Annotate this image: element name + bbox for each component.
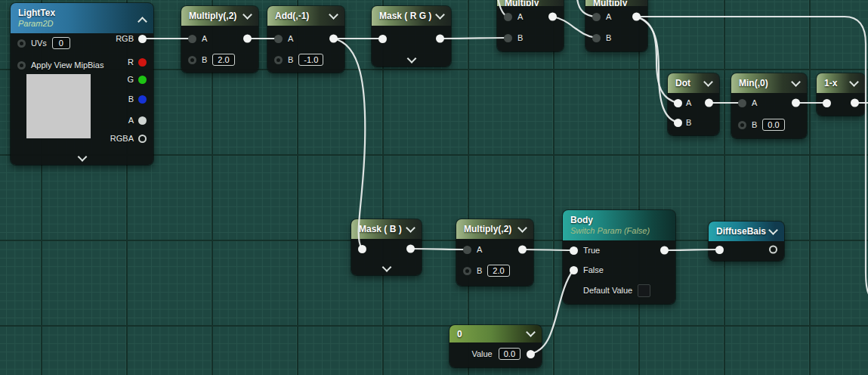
pin-input-a[interactable] <box>274 35 283 43</box>
value-input[interactable]: 0.0 <box>499 348 520 360</box>
chevron-down-icon[interactable] <box>406 223 415 233</box>
node-header[interactable]: DiffuseBais <box>709 222 784 241</box>
node-header[interactable]: Multiply <box>497 0 564 6</box>
node-title: Dot <box>675 78 705 88</box>
node-multiply-mid[interactable]: Multiply(,2) A B 2.0 <box>456 219 533 286</box>
pin-input[interactable] <box>823 99 831 107</box>
pin-output-rgba[interactable] <box>138 135 147 143</box>
value-input[interactable]: 2.0 <box>212 54 234 66</box>
chevron-down-icon[interactable] <box>791 77 801 87</box>
node-constant-zero[interactable]: 0 Value 0.0 <box>449 325 542 367</box>
chevron-down-icon[interactable] <box>242 10 252 20</box>
pin-input-true[interactable] <box>570 246 578 255</box>
pin-output[interactable] <box>518 246 527 254</box>
pin-label: B <box>686 118 691 127</box>
pin-input[interactable] <box>715 246 724 254</box>
node-header[interactable]: Add(,-1) <box>267 6 344 26</box>
node-lighttex[interactable]: LightTex Param2D UVs 0 Apply View MipBia… <box>11 3 153 165</box>
node-multiply-top-2[interactable]: Multiply A B <box>585 0 647 51</box>
value-input[interactable]: 2.0 <box>487 265 509 277</box>
chevron-down-icon[interactable] <box>526 327 536 337</box>
value-input[interactable]: 0.0 <box>762 119 784 131</box>
default-value-checkbox[interactable] <box>638 284 650 297</box>
pin-output-a[interactable] <box>138 116 147 125</box>
pin-output[interactable] <box>329 35 338 43</box>
node-mask-b[interactable]: Mask ( B ) <box>351 219 422 275</box>
node-one-minus-x[interactable]: 1-x <box>817 73 865 116</box>
node-subtitle: Param2D <box>18 19 53 28</box>
pin-label: False <box>583 265 604 274</box>
node-min[interactable]: Min(,0) A B 0.0 <box>731 73 807 138</box>
pin-input-mipbias[interactable] <box>17 61 26 70</box>
pin-input-b[interactable] <box>504 34 512 42</box>
pin-input-a[interactable] <box>188 35 196 43</box>
pin-output-b[interactable] <box>138 95 147 104</box>
pin-input-b[interactable] <box>274 56 283 64</box>
pin-input-a[interactable] <box>738 99 746 107</box>
node-diffusebais[interactable]: DiffuseBais <box>709 222 784 261</box>
pin-output[interactable] <box>792 99 800 107</box>
node-multiply-top-1[interactable]: Multiply A B <box>497 0 564 51</box>
node-header[interactable]: Mask ( B ) <box>351 219 422 239</box>
pin-output-rgb[interactable] <box>138 35 147 43</box>
pin-output[interactable] <box>548 13 557 21</box>
pin-input-b[interactable] <box>738 121 746 129</box>
chevron-down-icon[interactable] <box>329 10 338 20</box>
node-header[interactable]: LightTex Param2D <box>11 3 153 33</box>
node-header[interactable]: Body Switch Param (False) <box>563 210 675 240</box>
node-header[interactable]: Multiply <box>585 0 647 6</box>
pin-input-b[interactable] <box>592 34 601 42</box>
chevron-down-icon[interactable] <box>517 223 527 233</box>
pin-output[interactable] <box>769 246 777 254</box>
pin-output[interactable] <box>632 13 641 21</box>
pin-input-false[interactable] <box>570 266 578 274</box>
expand-button[interactable] <box>79 157 85 160</box>
collapse-button[interactable] <box>139 14 146 28</box>
node-header[interactable]: Multiply(,2) <box>456 219 533 239</box>
pin-output[interactable] <box>527 350 535 358</box>
pin-input[interactable] <box>378 35 387 43</box>
chevron-down-icon[interactable] <box>435 10 445 20</box>
chevron-down-icon[interactable] <box>768 225 778 235</box>
pin-input-b[interactable] <box>188 56 196 64</box>
expand-button[interactable] <box>408 58 415 62</box>
pin-label: B <box>752 120 757 129</box>
pin-input-a[interactable] <box>592 13 601 21</box>
node-header[interactable]: 1-x <box>817 73 865 93</box>
pin-output[interactable] <box>851 99 859 107</box>
pin-label: RGBA <box>110 134 134 143</box>
pin-input[interactable] <box>358 245 366 253</box>
chevron-down-icon[interactable] <box>849 77 859 87</box>
chevron-down-icon <box>77 152 87 162</box>
chevron-down-icon <box>381 262 391 272</box>
pin-output[interactable] <box>705 99 713 107</box>
pin-output-g[interactable] <box>138 76 147 84</box>
uvs-value-input[interactable]: 0 <box>52 37 70 49</box>
node-header[interactable]: Mask ( R G ) <box>372 6 451 26</box>
node-body-switch[interactable]: Body Switch Param (False) True False Def… <box>563 210 675 304</box>
pin-output[interactable] <box>436 35 444 43</box>
value-input[interactable]: -1.0 <box>298 54 323 66</box>
chevron-down-icon[interactable] <box>703 77 713 87</box>
pin-input-a[interactable] <box>463 246 471 254</box>
material-graph-canvas[interactable]: LightTex Param2D UVs 0 Apply View MipBia… <box>0 0 868 375</box>
node-mask-rg[interactable]: Mask ( R G ) <box>372 6 451 67</box>
pin-input-a[interactable] <box>674 99 682 107</box>
node-header[interactable]: Dot <box>668 73 719 93</box>
pin-label: B <box>288 55 293 64</box>
pin-output-r[interactable] <box>138 58 147 67</box>
expand-button[interactable] <box>383 267 390 271</box>
pin-output[interactable] <box>406 245 415 253</box>
node-header[interactable]: Min(,0) <box>731 73 807 93</box>
node-add[interactable]: Add(,-1) A B -1.0 <box>267 6 344 73</box>
pin-input-b[interactable] <box>463 267 471 275</box>
node-dot[interactable]: Dot A B <box>668 73 719 135</box>
pin-output[interactable] <box>243 35 252 43</box>
pin-input-b[interactable] <box>674 119 682 127</box>
pin-input-uvs[interactable] <box>17 39 26 48</box>
node-header[interactable]: Multiply(,2) <box>181 6 258 26</box>
node-multiply-1[interactable]: Multiply(,2) A B 2.0 <box>181 6 258 73</box>
node-header[interactable]: 0 <box>449 325 542 342</box>
pin-output[interactable] <box>660 246 669 255</box>
pin-input-a[interactable] <box>504 13 512 21</box>
